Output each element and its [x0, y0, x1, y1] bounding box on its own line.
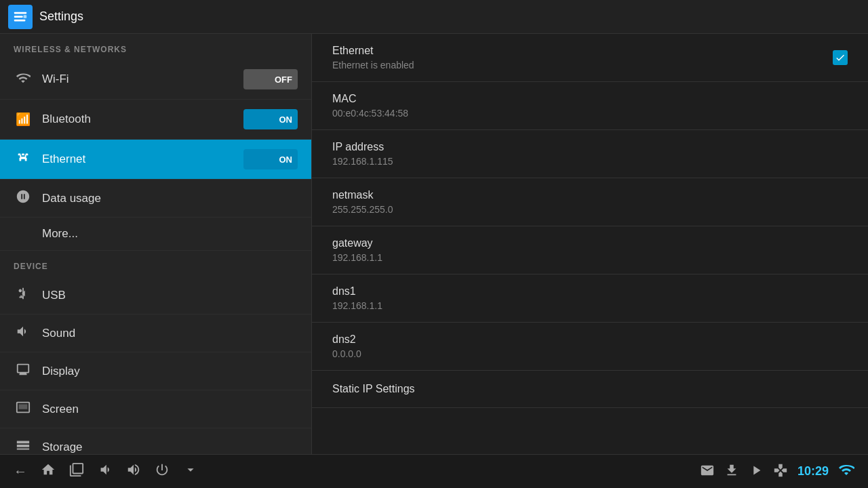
- dns1-value: 192.168.1.1: [332, 300, 848, 311]
- sidebar-item-sound[interactable]: Sound: [0, 314, 311, 352]
- sidebar-item-usb[interactable]: USB: [0, 277, 311, 314]
- taskbar: ← 10:29: [0, 454, 868, 488]
- expand-button[interactable]: [183, 462, 198, 481]
- app-title: Settings: [39, 9, 83, 24]
- network-status-icon: [838, 462, 854, 481]
- mac-field: MAC 00:e0:4c:53:44:58: [312, 82, 868, 130]
- download-icon: [724, 463, 739, 481]
- storage-label: Storage: [42, 441, 298, 454]
- sidebar-item-ethernet[interactable]: Ethernet ON: [0, 140, 311, 180]
- vol-up-button[interactable]: [126, 462, 141, 481]
- main-layout: WIRELESS & NETWORKS Wi-Fi OFF 📶 Bluetoot…: [0, 34, 868, 488]
- netmask-label: netmask: [332, 189, 848, 201]
- svg-rect-6: [22, 153, 24, 155]
- dns2-value: 0.0.0.0: [332, 348, 848, 359]
- svg-rect-0: [14, 12, 26, 14]
- netmask-value: 255.255.255.0: [332, 204, 848, 215]
- data-usage-label: Data usage: [42, 192, 298, 205]
- sound-label: Sound: [42, 327, 298, 340]
- wifi-label: Wi-Fi: [42, 73, 243, 86]
- ethernet-icon: [14, 150, 33, 169]
- sidebar-item-data-usage[interactable]: Data usage: [0, 180, 311, 218]
- static-ip-label: Static IP Settings: [332, 383, 848, 395]
- mac-label: MAC: [332, 93, 848, 105]
- more-label: More...: [14, 227, 78, 241]
- bluetooth-label: Bluetooth: [42, 113, 243, 126]
- titlebar: Settings: [0, 0, 868, 34]
- bluetooth-toggle[interactable]: ON: [243, 109, 298, 129]
- email-icon: [700, 463, 715, 481]
- screen-label: Screen: [42, 403, 298, 416]
- clock: 10:29: [797, 464, 829, 479]
- wifi-icon: [14, 70, 33, 89]
- dns2-label: dns2: [332, 333, 848, 346]
- dns1-label: dns1: [332, 285, 848, 298]
- netmask-field: netmask 255.255.255.0: [312, 178, 868, 226]
- storage-icon: [14, 438, 33, 456]
- sidebar-item-bluetooth[interactable]: 📶 Bluetooth ON: [0, 100, 311, 140]
- ip-field: IP address 192.168.1.115: [312, 130, 868, 178]
- recent-apps-button[interactable]: [69, 462, 84, 481]
- ethernet-toggle[interactable]: ON: [243, 149, 298, 169]
- device-section-header: DEVICE: [0, 251, 311, 277]
- static-ip-settings[interactable]: Static IP Settings: [312, 371, 868, 408]
- gamepad-icon: [773, 463, 788, 481]
- usb-icon: [14, 286, 33, 304]
- ip-value: 192.168.1.115: [332, 156, 848, 167]
- display-icon: [14, 362, 33, 380]
- screen-icon: [14, 400, 33, 418]
- display-label: Display: [42, 365, 298, 378]
- gateway-label: gateway: [332, 237, 848, 249]
- ethernet-detail-header[interactable]: Ethernet Ethernet is enabled: [312, 34, 868, 82]
- mac-value: 00:e0:4c:53:44:58: [332, 108, 848, 119]
- sidebar: WIRELESS & NETWORKS Wi-Fi OFF 📶 Bluetoot…: [0, 34, 312, 488]
- dns1-field: dns1 192.168.1.1: [312, 274, 868, 323]
- back-button[interactable]: ←: [14, 464, 27, 479]
- svg-rect-8: [19, 404, 28, 409]
- usb-label: USB: [42, 289, 298, 302]
- wifi-toggle[interactable]: OFF: [243, 69, 298, 89]
- svg-rect-4: [18, 153, 21, 155]
- ip-label: IP address: [332, 141, 848, 153]
- gateway-value: 192.168.1.1: [332, 252, 848, 263]
- taskbar-right: 10:29: [700, 462, 854, 481]
- wireless-section-header: WIRELESS & NETWORKS: [0, 34, 311, 60]
- sound-icon: [14, 324, 33, 342]
- data-usage-icon: [14, 189, 33, 207]
- svg-rect-1: [14, 16, 23, 18]
- gateway-field: gateway 192.168.1.1: [312, 226, 868, 274]
- svg-rect-7: [22, 288, 24, 300]
- taskbar-left: ←: [14, 462, 198, 481]
- svg-rect-2: [14, 19, 26, 21]
- ethernet-detail-title: Ethernet: [332, 45, 848, 57]
- svg-rect-3: [24, 15, 27, 18]
- power-button[interactable]: [155, 462, 170, 481]
- vol-down-button[interactable]: [98, 462, 113, 481]
- detail-panel: Ethernet Ethernet is enabled MAC 00:e0:4…: [312, 34, 868, 488]
- app-icon: [8, 5, 33, 29]
- sidebar-item-more[interactable]: More...: [0, 218, 311, 251]
- sidebar-item-screen[interactable]: Screen: [0, 390, 311, 428]
- sidebar-item-display[interactable]: Display: [0, 352, 311, 390]
- svg-rect-5: [26, 153, 28, 155]
- bluetooth-icon: 📶: [14, 112, 33, 127]
- media-icon: [749, 463, 764, 481]
- ethernet-label: Ethernet: [42, 152, 243, 166]
- ethernet-detail-subtitle: Ethernet is enabled: [332, 60, 848, 70]
- dns2-field: dns2 0.0.0.0: [312, 323, 868, 371]
- ethernet-checkbox[interactable]: [833, 50, 848, 65]
- home-button[interactable]: [41, 462, 56, 481]
- sidebar-item-wifi[interactable]: Wi-Fi OFF: [0, 60, 311, 100]
